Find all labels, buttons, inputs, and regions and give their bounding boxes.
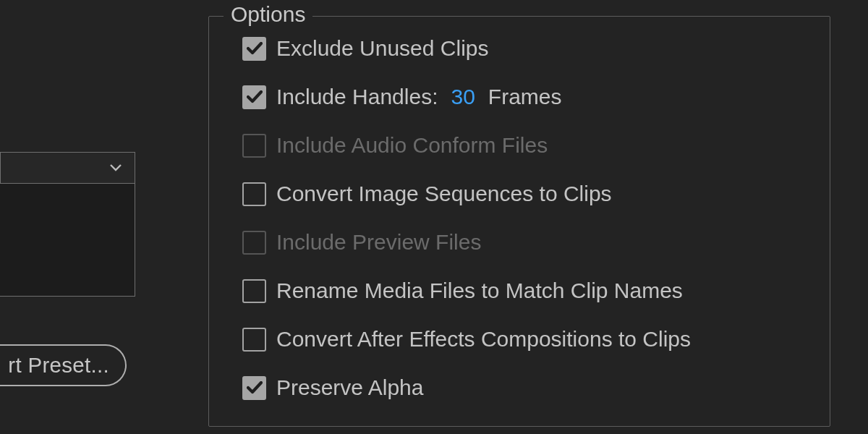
checkbox-include-preview-files	[242, 231, 266, 255]
options-legend: Options	[224, 2, 312, 27]
option-label: Convert After Effects Compositions to Cl…	[276, 327, 691, 352]
options-group: Options Exclude Unused Clips Include Han…	[208, 16, 830, 427]
import-preset-button[interactable]: rt Preset...	[0, 344, 127, 386]
options-list: Exclude Unused Clips Include Handles: 30…	[242, 35, 691, 401]
checkbox-preserve-alpha[interactable]	[242, 376, 266, 400]
checkmark-icon	[247, 42, 263, 55]
option-include-audio-conform-files: Include Audio Conform Files	[242, 132, 691, 158]
dropdown-partial[interactable]	[0, 152, 135, 184]
option-include-preview-files: Include Preview Files	[242, 229, 691, 255]
option-preserve-alpha: Preserve Alpha	[242, 375, 691, 401]
option-label: Rename Media Files to Match Clip Names	[276, 278, 683, 303]
side-list-box	[0, 184, 135, 297]
option-convert-ae-compositions: Convert After Effects Compositions to Cl…	[242, 326, 691, 352]
option-exclude-unused-clips: Exclude Unused Clips	[242, 35, 691, 61]
checkmark-icon	[247, 90, 263, 103]
option-label: Include Handles:	[276, 85, 438, 109]
option-label: Exclude Unused Clips	[276, 36, 488, 61]
option-label: Convert Image Sequences to Clips	[276, 182, 612, 206]
checkmark-icon	[247, 381, 263, 394]
checkbox-exclude-unused-clips[interactable]	[242, 37, 266, 61]
option-label: Include Audio Conform Files	[276, 133, 548, 158]
option-convert-image-sequences: Convert Image Sequences to Clips	[242, 181, 691, 207]
option-label: Include Preview Files	[276, 230, 481, 255]
handles-frames-input[interactable]: 30	[448, 85, 477, 109]
chevron-down-icon	[110, 164, 122, 171]
checkbox-include-handles[interactable]	[242, 85, 266, 109]
option-include-handles: Include Handles: 30 Frames	[242, 84, 691, 110]
checkbox-rename-media-files[interactable]	[242, 279, 266, 303]
option-rename-media-files: Rename Media Files to Match Clip Names	[242, 278, 691, 304]
import-preset-label: rt Preset...	[8, 353, 109, 378]
left-panel: rt Preset...	[0, 0, 159, 434]
checkbox-convert-image-sequences[interactable]	[242, 182, 266, 206]
handles-suffix: Frames	[488, 85, 562, 109]
checkbox-convert-ae-compositions[interactable]	[242, 328, 266, 352]
checkbox-include-audio-conform-files	[242, 134, 266, 158]
option-label: Preserve Alpha	[276, 375, 423, 400]
